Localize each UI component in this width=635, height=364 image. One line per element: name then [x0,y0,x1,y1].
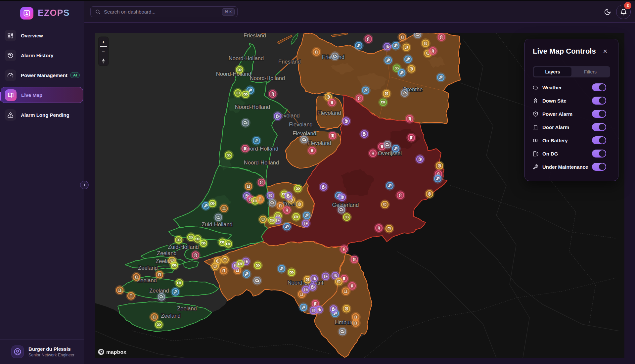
svg-text:Zeeland: Zeeland [177,305,197,311]
svg-text:Friesland: Friesland [244,33,266,38]
svg-text:Friesland: Friesland [278,59,301,65]
svg-text:Zeeland: Zeeland [157,250,177,256]
svg-text:Flevoland: Flevoland [307,140,331,146]
svg-text:Zuid-Holland: Zuid-Holland [202,221,233,227]
svg-text:Noord-Holland: Noord-Holland [229,55,264,61]
svg-text:Flevoland: Flevoland [289,121,313,127]
svg-text:Zeeland: Zeeland [138,265,158,271]
svg-text:Noord-Holland: Noord-Holland [250,75,285,81]
svg-text:Noord-Holland: Noord-Holland [235,104,270,110]
svg-text:Noord-Holland: Noord-Holland [216,71,251,77]
svg-text:Zeeland: Zeeland [161,313,181,319]
svg-text:Noord-Holland: Noord-Holland [244,159,279,165]
svg-text:Flevoland: Flevoland [317,110,341,116]
svg-text:Zuid-Holland: Zuid-Holland [168,244,199,250]
